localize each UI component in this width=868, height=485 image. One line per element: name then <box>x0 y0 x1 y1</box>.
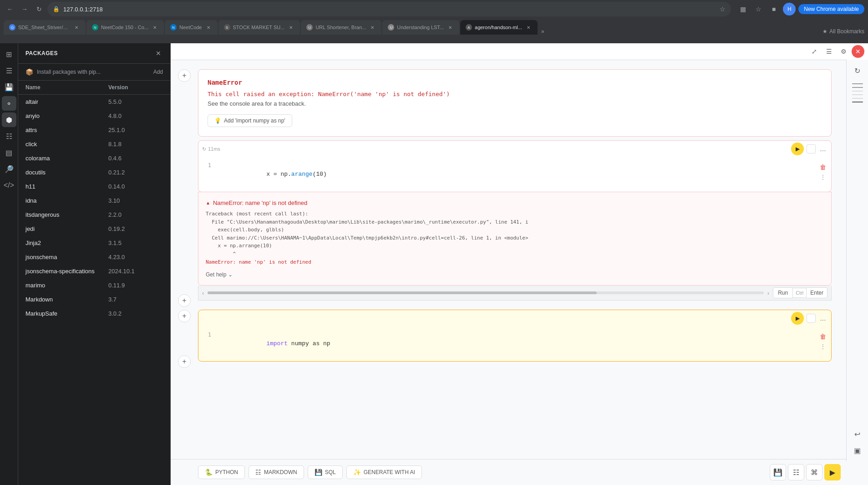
expand-button[interactable]: ⤢ <box>808 45 821 58</box>
list-item[interactable]: jsonschema 4.23.0 <box>18 250 170 264</box>
sidebar-icon-cube[interactable]: ⬢ <box>2 112 16 127</box>
tab-sde[interactable]: G SDE_Sheet_Striver/D... ✕ <box>4 20 86 35</box>
code-2[interactable]: import numpy as np <box>217 330 815 357</box>
pkg-name: Markdown <box>25 296 108 303</box>
sidebar-icon-list[interactable]: ☷ <box>2 129 16 143</box>
run-all-button[interactable]: ▶ <box>824 464 841 480</box>
traceback-header[interactable]: ▲ NameError: name 'np' is not defined <box>206 199 824 206</box>
cell-run-button-1[interactable]: ▶ <box>791 143 804 155</box>
code-1[interactable]: x = np.arange(10) <box>217 161 815 188</box>
cell-stop-button-2[interactable] <box>807 314 816 323</box>
list-item[interactable]: itsdangerous 2.2.0 <box>18 208 170 222</box>
scroll-left-button[interactable]: ‹ <box>202 290 204 296</box>
add-cell-above-2-button[interactable]: + <box>178 310 191 322</box>
get-help-button[interactable]: Get help ⌄ <box>206 271 824 278</box>
cell-grid-button-1[interactable]: ⋮ <box>820 174 826 181</box>
list-item[interactable]: jedi 0.19.2 <box>18 222 170 236</box>
tab-close-icon[interactable]: ✕ <box>369 24 376 31</box>
address-bar[interactable]: 🔒 127.0.0.1:2718 ☆ <box>47 2 731 16</box>
cell-run-button-2[interactable]: ▶ <box>791 312 804 325</box>
scroll-right-button[interactable]: › <box>767 290 769 296</box>
settings-button[interactable]: ⚙ <box>837 45 850 58</box>
shortcut-button[interactable]: ⌘ <box>806 464 822 480</box>
tab-stock[interactable]: S STOCK MARKET SU... ✕ <box>218 20 300 35</box>
tabs-more-button[interactable]: » <box>538 28 547 35</box>
extension-button[interactable]: ▦ <box>736 3 749 15</box>
list-item[interactable]: anyio 4.8.0 <box>18 109 170 123</box>
list-item[interactable]: MarkupSafe 3.0.2 <box>18 306 170 321</box>
list-item[interactable]: attrs 25.1.0 <box>18 123 170 137</box>
list-item[interactable]: Markdown 3.7 <box>18 292 170 306</box>
pkg-name: colorama <box>25 155 108 162</box>
back-button[interactable]: ← <box>4 3 16 15</box>
star-button[interactable]: ☆ <box>752 3 765 15</box>
hamburger-button[interactable]: ☰ <box>822 45 835 58</box>
bookmarks-button[interactable]: ★ All Bookmarks <box>822 28 864 35</box>
python-label: PYTHON <box>215 469 238 475</box>
tab-title: NeetCode 150 - Co... <box>101 25 148 30</box>
tab-neetcode150[interactable]: N NeetCode 150 - Co... ✕ <box>86 20 164 35</box>
layout-button[interactable]: ☷ <box>788 464 804 480</box>
add-cell-below-2-button[interactable]: + <box>178 355 191 368</box>
list-item[interactable]: docutils 0.21.2 <box>18 165 170 179</box>
tab-understanding[interactable]: U Understanding LST... ✕ <box>382 20 459 35</box>
horizontal-scrollbar[interactable] <box>208 291 763 294</box>
sidebar-icon-grid[interactable]: ⊞ <box>2 47 16 61</box>
pkg-name: itsdangerous <box>25 211 108 218</box>
close-button[interactable]: ✕ <box>852 45 864 58</box>
reload-button[interactable]: ↻ <box>33 3 46 15</box>
tab-neetcode[interactable]: N NeetCode ✕ <box>165 20 218 35</box>
sidebar-icon-person[interactable]: ⚬ <box>2 96 16 111</box>
tab-close-icon[interactable]: ✕ <box>151 24 158 31</box>
tab-url-shortener[interactable]: U URL Shortener, Bran... ✕ <box>301 20 381 35</box>
cell-stop-button-1[interactable] <box>807 144 816 153</box>
sidebar-icon-activity[interactable]: ▤ <box>2 145 16 160</box>
extensions-button[interactable]: ■ <box>767 3 780 15</box>
forward-button[interactable]: → <box>18 3 31 15</box>
add-cell-above-button[interactable]: + <box>178 69 191 82</box>
sidebar-icon-database[interactable]: 💾 <box>2 80 16 94</box>
list-item[interactable]: h11 0.14.0 <box>18 179 170 194</box>
ai-generate-button[interactable]: ✨ GENERATE WITH AI <box>346 465 422 479</box>
tab-close-icon[interactable]: ✕ <box>73 24 80 31</box>
save-button[interactable]: 💾 <box>770 464 786 480</box>
cell-delete-button-1[interactable]: 🗑 <box>818 163 827 172</box>
tab-close-icon[interactable]: ✕ <box>287 24 294 31</box>
tab-ageron[interactable]: A ageron/handson-ml... ✕ <box>460 20 538 35</box>
cell-grid-button-2[interactable]: ⋮ <box>820 343 826 350</box>
tab-close-icon[interactable]: ✕ <box>447 24 454 31</box>
add-cell-below-button[interactable]: + <box>178 294 191 307</box>
user-avatar[interactable]: H <box>783 3 796 15</box>
add-import-button[interactable]: 💡 Add 'import numpy as np' <box>208 114 292 127</box>
list-item[interactable]: marimo 0.11.9 <box>18 278 170 292</box>
undo-button[interactable]: ↩ <box>850 427 865 441</box>
list-item[interactable]: altair 5.5.0 <box>18 95 170 109</box>
cell-toolbar-1: ↻ 11ms ▶ … <box>198 141 831 157</box>
star-icon[interactable]: ☆ <box>720 5 726 13</box>
cell-menu-button-1[interactable]: … <box>818 144 827 153</box>
sidebar-icon-layers[interactable]: ☰ <box>2 63 16 78</box>
sql-cell-button[interactable]: 💾 SQL <box>308 465 343 479</box>
sidebar-icon-code[interactable]: </> <box>2 178 16 193</box>
cell-menu-button-2[interactable]: … <box>818 314 827 323</box>
copy-button[interactable]: ▣ <box>850 443 865 458</box>
bookmark-icon: ★ <box>822 28 827 35</box>
list-item[interactable]: Jinja2 3.1.5 <box>18 236 170 250</box>
add-button[interactable]: Add <box>153 69 163 75</box>
markdown-icon: ☷ <box>255 469 261 476</box>
packages-close-button[interactable]: ✕ <box>154 49 163 58</box>
run-button[interactable]: Run <box>773 287 793 298</box>
list-item[interactable]: colorama 0.4.6 <box>18 151 170 165</box>
list-item[interactable]: click 8.1.8 <box>18 137 170 151</box>
list-item[interactable]: idna 3.10 <box>18 194 170 208</box>
new-chrome-badge[interactable]: New Chrome available <box>798 4 864 14</box>
list-item[interactable]: jsonschema-specifications 2024.10.1 <box>18 264 170 278</box>
tab-close-icon[interactable]: ✕ <box>525 24 532 31</box>
cells-wrapper: + NameError This cell raised an exceptio… <box>171 60 868 459</box>
tab-close-icon[interactable]: ✕ <box>205 24 212 31</box>
refresh-icon-right[interactable]: ↻ <box>850 63 865 78</box>
cell-delete-button-2[interactable]: 🗑 <box>818 332 827 341</box>
python-cell-button[interactable]: 🐍 PYTHON <box>198 465 245 479</box>
markdown-cell-button[interactable]: ☷ MARKDOWN <box>249 465 304 479</box>
sidebar-icon-search[interactable]: 🔎 <box>2 162 16 176</box>
